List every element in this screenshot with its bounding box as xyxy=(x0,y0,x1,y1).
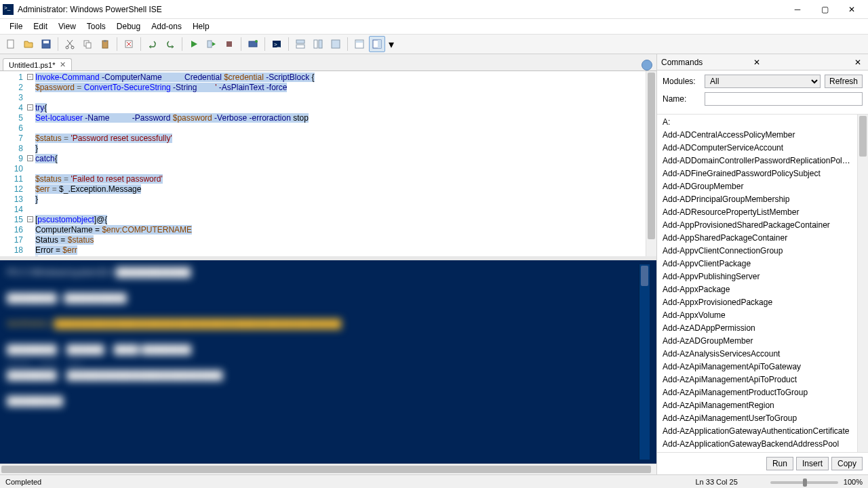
command-item[interactable]: Add-AzApiManagementRegion xyxy=(657,399,857,412)
commands-list[interactable]: A:Add-ADCentralAccessPolicyMemberAdd-ADC… xyxy=(657,115,857,452)
modules-select[interactable]: All xyxy=(705,75,821,88)
cursor-position: Ln 33 Col 25 xyxy=(695,478,737,486)
insert-button[interactable]: Insert xyxy=(796,457,829,470)
svg-rect-20 xyxy=(332,40,340,48)
close-button[interactable]: ✕ xyxy=(838,1,865,18)
run-selection-button[interactable] xyxy=(203,36,220,52)
copy-button[interactable] xyxy=(79,36,96,52)
command-item[interactable]: Add-AzAnalysisServicesAccount xyxy=(657,348,857,361)
menu-help[interactable]: Help xyxy=(187,20,215,33)
command-item[interactable]: Add-AppxPackage xyxy=(657,283,857,296)
command-item[interactable]: Add-AppProvisionedSharedPackageContainer xyxy=(657,219,857,232)
command-item[interactable]: Add-ADDomainControllerPasswordReplicatio… xyxy=(657,155,857,167)
command-item[interactable]: Add-AzADAppPermission xyxy=(657,322,857,335)
command-item[interactable]: Add-AppxProvisionedPackage xyxy=(657,296,857,309)
titlebar: Administrator: Windows PowerShell ISE ─ … xyxy=(0,0,868,19)
console-h-scrollbar[interactable] xyxy=(0,464,656,474)
command-item[interactable]: Add-AppSharedPackageContainer xyxy=(657,232,857,245)
modules-label: Modules: xyxy=(663,77,701,86)
tab-close-icon[interactable]: ✕ xyxy=(60,60,66,69)
redo-button[interactable] xyxy=(162,36,178,52)
command-item[interactable]: Add-AppxVolume xyxy=(657,309,857,322)
command-item[interactable]: Add-AzApiManagementProductToGroup xyxy=(657,386,857,399)
menu-file[interactable]: File xyxy=(4,20,28,33)
command-item[interactable]: Add-AppvClientPackage xyxy=(657,258,857,270)
command-item[interactable]: Add-AppvClientConnectionGroup xyxy=(657,245,857,258)
svg-rect-22 xyxy=(356,41,363,43)
svg-rect-17 xyxy=(296,45,304,48)
fold-column: −−−− xyxy=(27,71,35,256)
cut-button[interactable] xyxy=(62,36,78,52)
editor-tab[interactable]: Untitled1.ps1* ✕ xyxy=(3,58,72,70)
command-item[interactable]: Add-AzADGroupMember xyxy=(657,335,857,348)
refresh-button[interactable]: Refresh xyxy=(825,75,863,88)
start-powershell-button[interactable]: >_ xyxy=(269,36,285,52)
svg-rect-0 xyxy=(7,40,14,48)
editor-scrollbar[interactable] xyxy=(646,71,656,256)
toolbar-overflow-button[interactable]: ▾ xyxy=(387,36,396,52)
command-item[interactable]: Add-ADGroupMember xyxy=(657,180,857,193)
maximize-button[interactable]: ▢ xyxy=(811,1,838,18)
command-item[interactable]: Add-ADComputerServiceAccount xyxy=(657,142,857,155)
script-dropdown-icon[interactable] xyxy=(642,60,652,70)
svg-rect-19 xyxy=(319,40,322,48)
menu-debug[interactable]: Debug xyxy=(111,20,146,33)
command-item[interactable]: Add-AzApiManagementApiToGateway xyxy=(657,361,857,373)
command-item[interactable]: Add-AppvPublishingServer xyxy=(657,270,857,283)
window-title: Administrator: Windows PowerShell ISE xyxy=(18,5,784,14)
svg-rect-11 xyxy=(226,41,232,47)
show-command-addon-button[interactable] xyxy=(369,36,385,52)
command-item[interactable]: Add-ADCentralAccessPolicyMember xyxy=(657,129,857,142)
new-remote-tab-button[interactable] xyxy=(245,36,261,52)
copy-button-cmd[interactable]: Copy xyxy=(831,457,863,470)
command-item[interactable]: Add-ADResourcePropertyListMember xyxy=(657,206,857,219)
command-item[interactable]: Add-AzApplicationGatewayAuthenticationCe… xyxy=(657,425,857,438)
zoom-level: 100% xyxy=(844,478,863,486)
commands-pane-close-icon[interactable]: ✕ xyxy=(852,58,864,67)
undo-button[interactable] xyxy=(144,36,161,52)
run-script-button[interactable] xyxy=(186,36,202,52)
stop-button[interactable] xyxy=(221,36,237,52)
command-item[interactable]: Add-ADFineGrainedPasswordPolicySubject xyxy=(657,167,857,180)
editor-tabs: Untitled1.ps1* ✕ xyxy=(0,54,656,70)
app-icon xyxy=(3,4,14,15)
show-script-right-button[interactable] xyxy=(310,36,326,52)
open-button[interactable] xyxy=(20,36,37,52)
run-button[interactable]: Run xyxy=(766,457,793,470)
clear-console-button[interactable] xyxy=(121,36,137,52)
status-text: Completed xyxy=(5,478,695,486)
line-numbers: 1234567891011121314151617181920 xyxy=(0,71,27,256)
commands-title: Commands xyxy=(661,58,751,67)
menu-view[interactable]: View xyxy=(53,20,81,33)
svg-point-13 xyxy=(255,40,258,43)
show-script-top-button[interactable] xyxy=(292,36,309,52)
code-area[interactable]: Invoke-Command -ComputerName Credential … xyxy=(35,71,646,256)
console-scrollbar[interactable] xyxy=(639,264,650,460)
name-input[interactable] xyxy=(705,92,863,106)
svg-rect-8 xyxy=(104,40,106,42)
svg-rect-6 xyxy=(86,43,91,48)
script-editor[interactable]: 1234567891011121314151617181920 −−−− Inv… xyxy=(0,70,656,256)
command-item[interactable]: Add-AzApiManagementUserToGroup xyxy=(657,412,857,425)
command-item[interactable]: Add-AzApiManagementApiToProduct xyxy=(657,373,857,386)
new-button[interactable] xyxy=(3,36,19,52)
command-item[interactable]: Add-ADPrincipalGroupMembership xyxy=(657,193,857,206)
zoom-slider[interactable] xyxy=(765,478,844,486)
menu-add-ons[interactable]: Add-ons xyxy=(146,20,187,33)
console-pane[interactable]: PS C:\Windows\system32> ████████████ ███… xyxy=(0,260,656,464)
menu-edit[interactable]: Edit xyxy=(28,20,53,33)
command-item[interactable]: A: xyxy=(657,116,857,129)
svg-rect-18 xyxy=(314,40,317,48)
show-command-button[interactable] xyxy=(351,36,368,52)
commands-addon-close-icon[interactable]: ✕ xyxy=(751,58,763,67)
paste-button[interactable] xyxy=(97,36,113,52)
minimize-button[interactable]: ─ xyxy=(784,1,811,18)
menu-tools[interactable]: Tools xyxy=(81,20,111,33)
tab-label: Untitled1.ps1* xyxy=(9,61,56,69)
name-label: Name: xyxy=(663,94,701,104)
svg-rect-16 xyxy=(296,40,304,43)
save-button[interactable] xyxy=(38,36,54,52)
command-item[interactable]: Add-AzApplicationGatewayBackendAddressPo… xyxy=(657,438,857,451)
commands-scrollbar[interactable] xyxy=(857,115,868,452)
show-script-max-button[interactable] xyxy=(328,36,344,52)
